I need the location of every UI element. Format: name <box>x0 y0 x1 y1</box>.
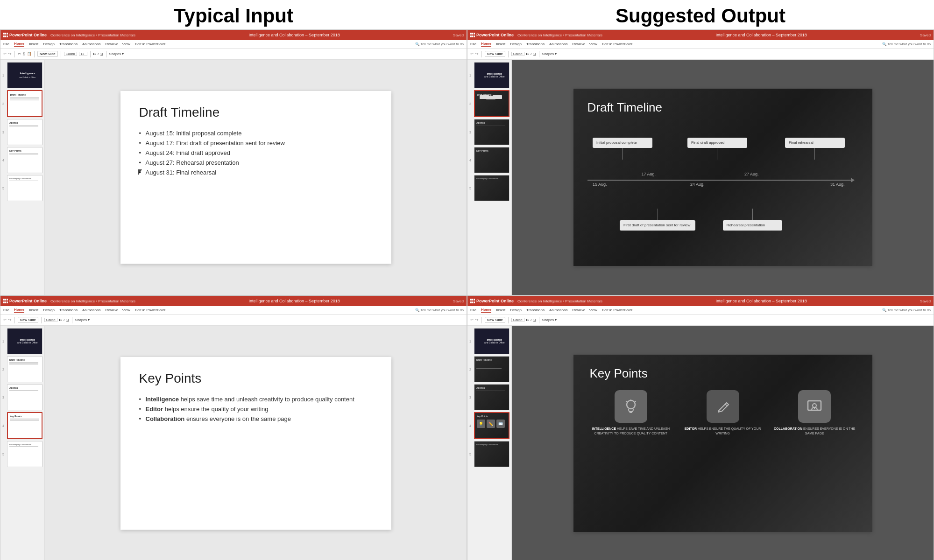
menu-view-bl[interactable]: View <box>122 308 130 312</box>
undo-btn-tl[interactable]: ↩ <box>3 52 7 56</box>
slide-thumb-4-bl[interactable]: Key Points <box>7 412 42 439</box>
underline-btn-bl[interactable]: U <box>66 318 69 322</box>
kp-label-intelligence: INTELLIGENCE HELPS SAVE TIME AND UNLEASH… <box>590 427 672 436</box>
bold-btn-tl[interactable]: B <box>93 52 96 56</box>
shapes-btn-br[interactable]: Shapes ▾ <box>542 318 557 322</box>
font-size-tl[interactable]: 12 <box>79 52 87 56</box>
italic-btn-tr[interactable]: I <box>531 52 531 56</box>
menu-editinppt-tr[interactable]: Edit in PowerPoint <box>602 42 632 46</box>
menu-view-br[interactable]: View <box>589 308 597 312</box>
bold-btn-tr[interactable]: B <box>526 52 529 56</box>
menu-view-tl[interactable]: View <box>122 42 130 46</box>
menu-transitions-tl[interactable]: Transitions <box>59 42 78 46</box>
slide-thumb-3-tr[interactable]: Agenda <box>474 119 509 145</box>
cut-btn-tl[interactable]: ✂ <box>18 52 21 56</box>
kp-item-collaboration: COLLABORATION ENSURES EVERYONE IS ON THE… <box>773 390 856 436</box>
slide-thumb-5-tl[interactable]: Encouraging Collaboration <box>7 175 42 201</box>
slide-thumb-4-tl[interactable]: Key Points <box>7 147 42 173</box>
menu-insert-br[interactable]: Insert <box>496 308 505 312</box>
slide-thumb-1-tl[interactable]: Intelligence and Collab in Office <box>7 62 42 88</box>
menu-review-br[interactable]: Review <box>572 308 584 312</box>
date-24: 24 Aug. <box>690 182 705 187</box>
menu-review-bl[interactable]: Review <box>105 308 117 312</box>
menu-insert-tl[interactable]: Insert <box>29 42 38 46</box>
underline-btn-tr[interactable]: U <box>533 52 536 56</box>
menu-file-tr[interactable]: File <box>470 42 476 46</box>
slide-thumb-3-bl[interactable]: Agenda <box>7 384 42 410</box>
slide-thumb-3-tl[interactable]: Agenda <box>7 119 42 145</box>
shapes-btn-tr[interactable]: Shapes ▾ <box>542 52 557 56</box>
shapes-btn-bl[interactable]: Shapes ▾ <box>75 318 90 322</box>
slide-thumb-2-tl[interactable]: Draft Timeline <box>7 90 42 117</box>
redo-btn-tl[interactable]: ↪ <box>8 52 12 56</box>
menu-insert-bl[interactable]: Insert <box>29 308 38 312</box>
slide-thumb-4-tr[interactable]: Key Points <box>474 147 509 173</box>
menu-design-tr[interactable]: Design <box>510 42 522 46</box>
menu-design-bl[interactable]: Design <box>43 308 55 312</box>
menu-transitions-tr[interactable]: Transitions <box>526 42 545 46</box>
menu-animations-tr[interactable]: Animations <box>549 42 568 46</box>
main-slide-bl: Key Points Intelligence helps save time … <box>45 326 467 560</box>
font-name-br[interactable]: Calibri <box>511 318 524 322</box>
menu-file-tl[interactable]: File <box>3 42 9 46</box>
menu-file-br[interactable]: File <box>470 308 476 312</box>
italic-btn-tl[interactable]: I <box>98 52 99 56</box>
copy-btn-tl[interactable]: ⎘ <box>23 52 25 56</box>
menu-animations-tl[interactable]: Animations <box>82 42 101 46</box>
menu-home-tr[interactable]: Home <box>481 42 491 47</box>
menu-home-br[interactable]: Home <box>481 308 491 313</box>
font-name-bl[interactable]: Calibri <box>44 318 57 322</box>
slide-thumb-5-tr[interactable]: Encouraging Collaboration <box>474 175 509 201</box>
undo-btn-br[interactable]: ↩ <box>470 318 474 322</box>
slide-thumb-5-br[interactable]: Encouraging Collaboration <box>474 441 509 467</box>
slide-thumb-1-bl[interactable]: Intelligenceand Collab in Office <box>7 328 42 354</box>
menu-animations-br[interactable]: Animations <box>549 308 568 312</box>
menu-file-bl[interactable]: File <box>3 308 9 312</box>
italic-btn-br[interactable]: I <box>531 318 531 322</box>
new-slide-btn-tl[interactable]: New Slide <box>37 51 58 57</box>
new-slide-btn-br[interactable]: New Slide <box>485 317 505 323</box>
filename-tl: Intelligence and Collaboration – Septemb… <box>139 33 449 37</box>
menu-editinppt-tl[interactable]: Edit in PowerPoint <box>135 42 165 46</box>
bold-btn-bl[interactable]: B <box>59 318 62 322</box>
menu-review-tr[interactable]: Review <box>572 42 584 46</box>
slide-thumb-3-br[interactable]: Agenda <box>474 384 509 410</box>
paste-btn-tl[interactable]: 📋 <box>27 52 31 56</box>
menu-home-bl[interactable]: Home <box>14 308 24 313</box>
slide-thumb-2-bl[interactable]: Draft Timeline <box>7 356 42 382</box>
undo-btn-tr[interactable]: ↩ <box>470 52 474 56</box>
slide-thumb-1-br[interactable]: Intelligenceand Collab in Office <box>474 328 509 354</box>
menu-design-tl[interactable]: Design <box>43 42 55 46</box>
menu-transitions-bl[interactable]: Transitions <box>59 308 78 312</box>
redo-btn-br[interactable]: ↪ <box>475 318 479 322</box>
shapes-btn-tl[interactable]: Shapes ▾ <box>109 52 124 56</box>
slide-thumb-2-tr[interactable]: Draft Timeline <box>474 90 509 117</box>
slide-title-input: Draft Timeline <box>139 105 373 120</box>
menu-home-tl[interactable]: Home <box>14 42 24 47</box>
undo-btn-bl[interactable]: ↩ <box>3 318 7 322</box>
slide-thumb-4-br[interactable]: Key Points 💡 ✏️ ✉️ <box>474 412 509 439</box>
underline-btn-br[interactable]: U <box>533 318 536 322</box>
slide-thumb-5-bl[interactable]: Encouraging Collaboration <box>7 441 42 467</box>
italic-btn-bl[interactable]: I <box>64 318 64 322</box>
redo-btn-bl[interactable]: ↪ <box>8 318 12 322</box>
menu-transitions-br[interactable]: Transitions <box>526 308 545 312</box>
font-name-tl[interactable]: Calibri <box>64 52 77 56</box>
menu-editinppt-bl[interactable]: Edit in PowerPoint <box>135 308 165 312</box>
underline-btn-tl[interactable]: U <box>100 52 103 56</box>
breadcrumb-tr: Conference on Intelligence › Presentatio… <box>517 33 602 37</box>
menu-view-tr[interactable]: View <box>589 42 597 46</box>
bold-btn-br[interactable]: B <box>526 318 529 322</box>
redo-btn-tr[interactable]: ↪ <box>475 52 479 56</box>
menu-design-br[interactable]: Design <box>510 308 522 312</box>
slide-thumb-2-br[interactable]: Draft Timeline <box>474 356 509 382</box>
new-slide-btn-tr[interactable]: New Slide <box>485 51 505 57</box>
slide-thumb-1-tr[interactable]: Intelligenceand Collab in Office <box>474 62 509 88</box>
menu-review-tl[interactable]: Review <box>105 42 117 46</box>
app-logo-tl: PowerPoint Online <box>3 33 47 37</box>
menu-insert-tr[interactable]: Insert <box>496 42 505 46</box>
new-slide-btn-bl[interactable]: New Slide <box>18 317 38 323</box>
menu-animations-bl[interactable]: Animations <box>82 308 101 312</box>
font-name-tr[interactable]: Calibri <box>511 52 524 56</box>
menu-editinppt-br[interactable]: Edit in PowerPoint <box>602 308 632 312</box>
